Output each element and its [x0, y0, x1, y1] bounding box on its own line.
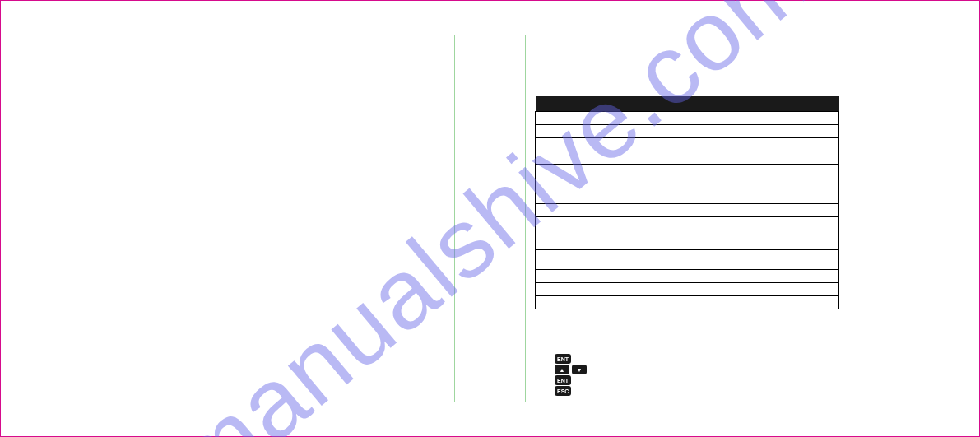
center-divider	[490, 0, 490, 437]
